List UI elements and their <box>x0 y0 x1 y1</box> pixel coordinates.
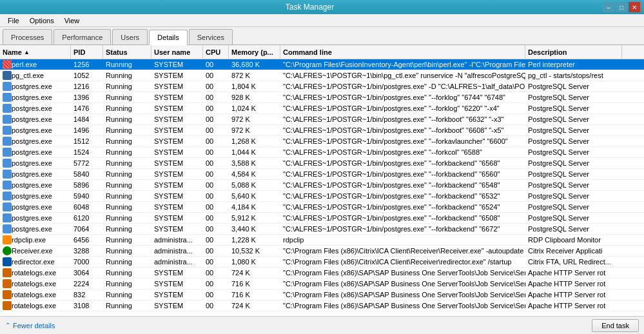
tab-services[interactable]: Services <box>189 29 233 44</box>
postgres-icon <box>3 93 12 102</box>
table-row[interactable]: rotatelogs.exe3064RunningSYSTEM00724 K"C… <box>0 268 644 279</box>
table-row[interactable]: postgres.exe1484RunningSYSTEM00972 K"C:\… <box>0 114 644 125</box>
cell-name: rotatelogs.exe <box>0 300 71 311</box>
cell-cpu: 00 <box>203 136 229 146</box>
cell-pid: 3108 <box>71 300 103 311</box>
tab-processes[interactable]: Processes <box>3 29 52 44</box>
col-header-memory[interactable]: Memory (p... <box>229 45 280 59</box>
cell-desc: PostgreSQL Server <box>525 191 622 201</box>
tab-users[interactable]: Users <box>112 29 148 44</box>
cell-memory: 716 K <box>229 290 280 300</box>
cell-name: postgres.exe <box>0 224 71 234</box>
app-icon <box>4 2 14 12</box>
menu-file[interactable]: File <box>3 15 24 26</box>
table-row[interactable]: postgres.exe6120RunningSYSTEM005,912 K"C… <box>0 213 644 224</box>
cell-pid: 3288 <box>71 246 103 256</box>
close-button[interactable]: ✕ <box>629 2 640 12</box>
cell-username: SYSTEM <box>151 92 203 103</box>
table-row[interactable]: rotatelogs.exe2224RunningSYSTEM00716 K"C… <box>0 279 644 290</box>
cell-status: Running <box>103 290 151 300</box>
table-row[interactable]: redirector.exe7000Runningadministra...00… <box>0 257 644 268</box>
table-row[interactable]: postgres.exe1496RunningSYSTEM00972 K"C:\… <box>0 125 644 136</box>
minimize-button[interactable]: – <box>603 2 614 12</box>
cell-cpu: 00 <box>203 103 229 113</box>
tab-details[interactable]: Details <box>149 30 188 45</box>
fewer-details-button[interactable]: ⌃ Fewer details <box>5 322 55 329</box>
cell-pid: 3064 <box>71 268 103 278</box>
cell-desc: PostgreSQL Server <box>525 147 622 157</box>
cell-username: SYSTEM <box>151 290 203 300</box>
table-body: perl.exe1256RunningSYSTEM0036,680 K"C:\P… <box>0 59 644 316</box>
cell-status: Running <box>103 180 151 190</box>
col-header-cmdline[interactable]: Command line <box>280 45 525 59</box>
cell-status: Running <box>103 268 151 278</box>
cell-cpu: 00 <box>203 279 229 289</box>
cell-cmdline: "C:\ALFRES~1/POSTGR~1/bin/postgres.exe" … <box>280 136 525 146</box>
table-row[interactable]: rotatelogs.exe3108RunningSYSTEM00724 K"C… <box>0 300 644 311</box>
table-row[interactable]: postgres.exe7064RunningSYSTEM003,440 K"C… <box>0 224 644 235</box>
tab-performance[interactable]: Performance <box>54 29 111 44</box>
cell-pid: 5896 <box>71 180 103 190</box>
rotate-icon <box>3 290 12 299</box>
table-row[interactable]: rotatelogs.exe832RunningSYSTEM00716 K"C:… <box>0 290 644 300</box>
table-row[interactable]: rdpclip.exe6456Runningadministra...001,2… <box>0 235 644 246</box>
cell-cpu: 00 <box>203 246 229 256</box>
cell-desc: Apache HTTP Server rot <box>525 279 622 289</box>
col-header-name[interactable]: Name ▲ <box>0 45 71 59</box>
cell-username: SYSTEM <box>151 224 203 234</box>
col-header-pid[interactable]: PID <box>71 45 103 59</box>
cell-memory: 5,088 K <box>229 180 280 190</box>
table-row[interactable]: postgres.exe1476RunningSYSTEM001,024 K"C… <box>0 103 644 114</box>
menu-view[interactable]: View <box>59 15 85 26</box>
cell-cmdline: "C:\ALFRES~1/POSTGR~1/bin/postgres.exe" … <box>280 169 525 179</box>
postgres-icon <box>3 170 12 179</box>
cell-status: Running <box>103 125 151 135</box>
cell-pid: 5840 <box>71 169 103 179</box>
cell-cpu: 00 <box>203 300 229 311</box>
table-row[interactable]: postgres.exe6048RunningSYSTEM004,184 K"C… <box>0 202 644 213</box>
cell-pid: 1496 <box>71 125 103 135</box>
cell-memory: 972 K <box>229 125 280 135</box>
cell-cmdline: "C:\ALFRES~1/POSTGR~1/bin/postgres.exe" … <box>280 147 525 157</box>
rotate-icon <box>3 268 12 277</box>
cell-username: SYSTEM <box>151 81 203 92</box>
table-row[interactable]: pg_ctl.exe1052RunningSYSTEM00872 K"C:\AL… <box>0 70 644 81</box>
cell-status: Running <box>103 202 151 212</box>
menu-options[interactable]: Options <box>24 15 59 26</box>
cell-memory: 4,184 K <box>229 202 280 212</box>
cell-username: SYSTEM <box>151 103 203 113</box>
cell-cpu: 00 <box>203 147 229 157</box>
cell-cpu: 00 <box>203 81 229 92</box>
col-header-status[interactable]: Status <box>103 45 151 59</box>
table-row[interactable]: postgres.exe5940RunningSYSTEM005,640 K"C… <box>0 191 644 202</box>
postgres-icon <box>3 115 12 124</box>
table-row[interactable]: postgres.exe1512RunningSYSTEM001,268 K"C… <box>0 136 644 147</box>
cell-name: pg_ctl.exe <box>0 70 71 81</box>
cell-cmdline: "C:\ALFRES~1/POSTGR~1/bin/postgres.exe" … <box>280 180 525 190</box>
cell-desc: PostgreSQL Server <box>525 114 622 124</box>
table-row[interactable]: perl.exe1256RunningSYSTEM0036,680 K"C:\P… <box>0 59 644 70</box>
perl-icon <box>3 60 12 69</box>
maximize-button[interactable]: □ <box>616 2 627 12</box>
table-row[interactable]: postgres.exe1396RunningSYSTEM00928 K"C:\… <box>0 92 644 103</box>
cell-status: Running <box>103 103 151 113</box>
cell-pid: 5940 <box>71 191 103 201</box>
cell-cmdline: "C:\Program Files\FusionInventory-Agent\… <box>280 59 525 70</box>
cell-memory: 724 K <box>229 268 280 278</box>
table-row[interactable]: postgres.exe1524RunningSYSTEM001,044 K"C… <box>0 147 644 158</box>
table-row[interactable]: Receiver.exe3288Runningadministra...0010… <box>0 246 644 257</box>
table-row[interactable]: postgres.exe1216RunningSYSTEM001,804 K"C… <box>0 81 644 92</box>
cell-name: Receiver.exe <box>0 246 71 256</box>
cell-desc: PostgreSQL Server <box>525 103 622 113</box>
cell-pid: 6456 <box>71 235 103 245</box>
pg-icon <box>3 71 12 80</box>
table-row[interactable]: postgres.exe5772RunningSYSTEM003,588 K"C… <box>0 158 644 169</box>
cell-status: Running <box>103 191 151 201</box>
col-header-username[interactable]: User name <box>151 45 203 59</box>
table-row[interactable]: postgres.exe5840RunningSYSTEM004,584 K"C… <box>0 169 644 180</box>
end-task-button[interactable]: End task <box>592 319 639 332</box>
col-header-desc[interactable]: Description <box>525 45 622 59</box>
col-header-cpu[interactable]: CPU <box>203 45 229 59</box>
table-row[interactable]: postgres.exe5896RunningSYSTEM005,088 K"C… <box>0 180 644 191</box>
cell-name: postgres.exe <box>0 103 71 113</box>
